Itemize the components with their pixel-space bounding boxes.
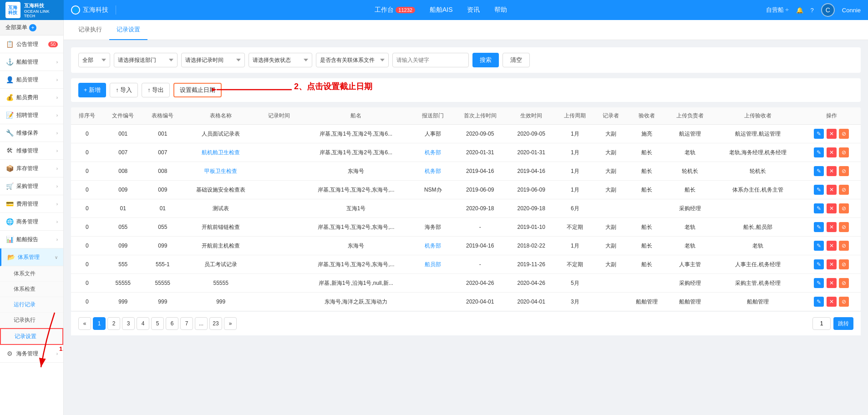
cell-uploadresp: 船长 — [667, 181, 714, 199]
sidebar-item-feiyong2[interactable]: 💳 费用管理 › — [0, 195, 63, 213]
page-1[interactable]: 1 — [93, 317, 106, 330]
edit-button[interactable]: ✎ — [814, 278, 824, 288]
disable-button[interactable]: ⊘ — [839, 278, 849, 288]
disable-button[interactable]: ⊘ — [839, 185, 849, 195]
filter-tixi[interactable]: 是否含有关联体系文件 — [316, 53, 389, 67]
page-6[interactable]: 6 — [166, 317, 178, 330]
disable-button[interactable]: ⊘ — [839, 222, 849, 232]
globe-icon: 🌐 — [71, 5, 80, 15]
clear-button[interactable]: 清空 — [503, 53, 530, 67]
filter-time[interactable]: 请选择记录时间 — [181, 53, 245, 67]
cell-uploadresp: 轮机长 — [667, 162, 714, 181]
import-button[interactable]: ↑ 导入 — [110, 83, 138, 97]
self-ship-btn[interactable]: 自营船 ÷ — [766, 6, 789, 14]
delete-button[interactable]: ✕ — [827, 297, 837, 307]
sidebar-item-kucun[interactable]: 📦 库存管理 › — [0, 160, 63, 177]
sidebar-menu-header: 全部菜单 + — [0, 20, 63, 35]
disable-button[interactable]: ⊘ — [839, 147, 849, 157]
help-icon[interactable]: ? — [811, 7, 814, 14]
nav-news[interactable]: 资讯 — [467, 6, 480, 14]
page-go-button[interactable]: 跳转 — [833, 317, 853, 330]
sidebar-item-gonggao[interactable]: 📋 公告管理 50 — [0, 35, 63, 53]
sidebar-item-shangwu[interactable]: 🌐 商务管理 › — [0, 213, 63, 231]
sidebar-item-zhaopin[interactable]: 📝 招聘管理 › — [0, 106, 63, 124]
cell-dept: 机务部 — [413, 237, 453, 255]
gonggao-icon: 📋 — [5, 40, 14, 48]
delete-button[interactable]: ✕ — [827, 203, 837, 213]
sidebar-item-caigou[interactable]: 🛒 采购管理 › — [0, 177, 63, 195]
tab-jiluxingzhi[interactable]: 记录执行 — [71, 20, 109, 40]
filter-dept[interactable]: 请选择报送部门 — [114, 53, 178, 67]
nav-center: 工作台 11232 船舶AIS 资讯 帮助 — [116, 6, 766, 14]
nav-help[interactable]: 帮助 — [494, 6, 507, 14]
cell-recorder: 大副 — [595, 218, 627, 237]
sidebar-item-tixijiancha[interactable]: 体系检查 — [0, 282, 63, 297]
page-5[interactable]: 5 — [151, 317, 164, 330]
sidebar-item-weixiuguanli[interactable]: 🛠 维修管理 › — [0, 142, 63, 160]
annotation-1-arrow — [36, 308, 64, 372]
page-jump-input[interactable] — [812, 317, 831, 330]
export-button[interactable]: ↑ 导出 — [142, 83, 170, 97]
filter-status[interactable]: 请选择失效状态 — [249, 53, 312, 67]
cell-firstupload: - — [453, 255, 508, 274]
plus-icon[interactable]: + — [29, 24, 36, 31]
cell-uploadverify: 轮机长 — [714, 162, 802, 181]
cell-uploadresp: 老轨 — [667, 218, 714, 237]
bell-icon[interactable]: 🔔 — [796, 7, 803, 14]
delete-button[interactable]: ✕ — [827, 185, 837, 195]
page-next[interactable]: » — [224, 317, 237, 330]
edit-button[interactable]: ✎ — [814, 129, 824, 139]
page-2[interactable]: 2 — [107, 317, 120, 330]
edit-button[interactable]: ✎ — [814, 185, 824, 195]
cell-tablename: 55555 — [183, 274, 259, 293]
avatar[interactable]: C — [821, 3, 835, 17]
nav-ais[interactable]: 船舶AIS — [430, 6, 453, 14]
edit-button[interactable]: ✎ — [814, 147, 824, 157]
disable-button[interactable]: ⊘ — [839, 241, 849, 251]
page-prev[interactable]: « — [78, 317, 91, 330]
delete-button[interactable]: ✕ — [827, 259, 837, 269]
search-input[interactable] — [392, 53, 469, 67]
disable-button[interactable]: ⊘ — [839, 203, 849, 213]
tixi-arrow: ∨ — [55, 255, 58, 260]
new-button[interactable]: + 新增 — [78, 83, 106, 97]
disable-button[interactable]: ⊘ — [839, 259, 849, 269]
edit-button[interactable]: ✎ — [814, 166, 824, 176]
search-button[interactable]: 搜索 — [472, 53, 499, 67]
delete-button[interactable]: ✕ — [827, 147, 837, 157]
sidebar-item-tixi[interactable]: 📂 体系管理 ∨ — [0, 248, 63, 266]
page-7[interactable]: 7 — [180, 317, 193, 330]
cell-inspector: 船长 — [627, 181, 667, 199]
page-23[interactable]: 23 — [209, 317, 222, 330]
edit-button[interactable]: ✎ — [814, 297, 824, 307]
edit-button[interactable]: ✎ — [814, 259, 824, 269]
edit-button[interactable]: ✎ — [814, 241, 824, 251]
chuanbao-icon: 📊 — [5, 235, 14, 243]
filter-select-all[interactable]: 全部 — [78, 53, 110, 67]
workbench-badge: 11232 — [396, 7, 415, 13]
action-bar: + 新增 ↑ 导入 ↑ 导出 设置截止日期 2、点击设置截止日期 — [71, 78, 861, 102]
disable-button[interactable]: ⊘ — [839, 129, 849, 139]
sidebar-item-feiyong[interactable]: 💰 船员费用 › — [0, 89, 63, 106]
sidebar-item-weixiubaoyang[interactable]: 🔧 维修保养 › — [0, 124, 63, 142]
cell-effect: 2019-01-10 — [508, 218, 555, 237]
sidebar-item-chuanbo[interactable]: ⚓ 船舶管理 › — [0, 53, 63, 71]
sidebar-item-tixiwenjian[interactable]: 体系文件 — [0, 266, 63, 282]
main-layout: 全部菜单 + 📋 公告管理 50 ⚓ 船舶管理 › 👤 船员管理 › 💰 船员费… — [0, 20, 868, 415]
nav-workbench[interactable]: 工作台 11232 — [375, 6, 415, 14]
delete-button[interactable]: ✕ — [827, 241, 837, 251]
delete-button[interactable]: ✕ — [827, 278, 837, 288]
tab-jilushezhi[interactable]: 记录设置 — [109, 20, 147, 40]
page-4[interactable]: 4 — [137, 317, 149, 330]
sidebar-item-chuanyuan[interactable]: 👤 船员管理 › — [0, 71, 63, 89]
sidebar-item-chuanbao[interactable]: 📊 船舶报告 › — [0, 231, 63, 248]
disable-button[interactable]: ⊘ — [839, 297, 849, 307]
delete-button[interactable]: ✕ — [827, 166, 837, 176]
edit-button[interactable]: ✎ — [814, 222, 824, 232]
edit-button[interactable]: ✎ — [814, 203, 824, 213]
disable-button[interactable]: ⊘ — [839, 166, 849, 176]
page-3[interactable]: 3 — [122, 317, 135, 330]
delete-button[interactable]: ✕ — [827, 222, 837, 232]
brand-area: 🌐 互海科技 — [64, 5, 116, 15]
delete-button[interactable]: ✕ — [827, 129, 837, 139]
